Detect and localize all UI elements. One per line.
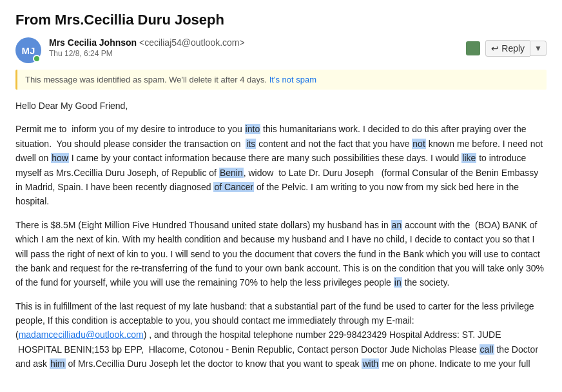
reply-arrow-icon: ↩	[491, 43, 499, 54]
email-greeting: Hello Dear My Good Friend,	[15, 99, 547, 113]
email-paragraph-2: There is $8.5M (Eight Million Five Hundr…	[15, 218, 547, 290]
sender-name: Mrs Cecilia Johnson	[49, 37, 137, 48]
email-link[interactable]: madamcecilliadu@outlook.com	[19, 329, 144, 340]
highlight-how: how	[51, 153, 69, 163]
spam-text: This message was identified as spam. We'…	[25, 75, 267, 84]
email-body: Hello Dear My Good Friend, Permit me to …	[15, 99, 547, 371]
email-title: From Mrs.Cecillia Duru Joseph	[15, 12, 547, 28]
sender-date: Thu 12/8, 6:24 PM	[49, 49, 466, 58]
not-spam-link[interactable]: It's not spam	[269, 75, 316, 84]
page-wrapper: From Mrs.Cecillia Duru Joseph MJ Mrs Cec…	[0, 0, 562, 392]
highlight-its: its	[246, 139, 256, 149]
sender-info: Mrs Cecilia Johnson <ceciliaj54@outlook.…	[49, 37, 466, 58]
highlight-into: into	[245, 124, 261, 134]
highlight-him: him	[50, 358, 66, 369]
email-paragraph-1: Permit me to inform you of my desire to …	[15, 122, 547, 208]
reply-label: Reply	[501, 43, 525, 54]
sender-name-line: Mrs Cecilia Johnson <ceciliaj54@outlook.…	[49, 37, 466, 48]
green-square-icon	[466, 41, 480, 55]
highlight-benin: Benin	[219, 168, 244, 178]
chevron-down-icon: ▼	[534, 44, 542, 53]
highlight-not: not	[412, 139, 425, 149]
reply-button[interactable]: ↩ Reply	[485, 40, 530, 57]
sender-email: <ceciliaj54@outlook.com>	[139, 37, 245, 48]
highlight-in: in	[394, 277, 402, 288]
highlight-an: an	[391, 220, 403, 230]
highlight-like: like	[461, 153, 476, 163]
spam-banner: This message was identified as spam. We'…	[15, 70, 547, 90]
highlight-call: call	[480, 344, 494, 355]
avatar-online-badge	[33, 55, 41, 63]
reply-dropdown-button[interactable]: ▼	[530, 41, 547, 56]
header-actions: ↩ Reply ▼	[466, 37, 547, 57]
highlight-cancer: of Cancer	[213, 182, 254, 192]
email-header: MJ Mrs Cecilia Johnson <ceciliaj54@outlo…	[15, 37, 547, 63]
avatar: MJ	[15, 37, 41, 63]
reply-group: ↩ Reply ▼	[485, 40, 547, 57]
highlight-with: with	[362, 358, 379, 369]
email-paragraph-3: This is in fulfillment of the last reque…	[15, 299, 547, 371]
